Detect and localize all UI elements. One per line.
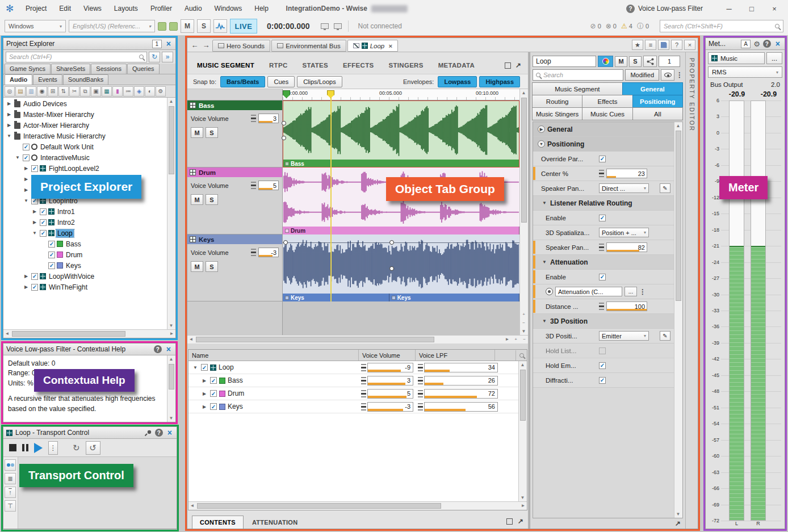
voice-lpf-slider[interactable]: 26	[424, 376, 498, 386]
solo-button[interactable]: S	[197, 19, 211, 33]
favorite-star-icon[interactable]: ★	[632, 40, 643, 50]
section-chevron-icon[interactable]: ▼	[538, 140, 545, 148]
solo-button[interactable]: S	[206, 127, 218, 138]
close-icon[interactable]: ×	[166, 428, 174, 437]
include-checkbox[interactable]: ✓	[31, 198, 38, 204]
expander-icon[interactable]: ▶	[6, 123, 12, 128]
menu-help[interactable]: Help	[248, 0, 275, 17]
property-tab-general[interactable]: General	[622, 82, 683, 95]
clip-keys[interactable]: Keys	[283, 294, 389, 301]
physical-folder-icon[interactable]: ▤	[15, 86, 26, 97]
menu-edit[interactable]: Edit	[53, 0, 77, 17]
property-dropdown[interactable]: Direct ...▾	[599, 183, 649, 193]
menu-audio[interactable]: Audio	[178, 0, 208, 17]
column-name[interactable]: Name	[188, 350, 359, 361]
property-row-speaker-pan-[interactable]: Speaker Pan...Direct ...▾✎	[533, 181, 674, 196]
minimize-button[interactable]: ─	[718, 1, 740, 16]
tree-item-keys[interactable]: ✓Keys	[3, 260, 167, 271]
menu-windows[interactable]: Windows	[208, 0, 249, 17]
property-row-attenuation-c-[interactable]: Attenuation (C......⋮	[533, 284, 674, 299]
property-tab-positioning[interactable]: Positioning	[632, 95, 683, 108]
maximize-view-icon[interactable]	[506, 518, 513, 525]
browse-button[interactable]: ...	[624, 287, 637, 296]
virtual-folder-icon[interactable]: ▥	[26, 86, 36, 97]
property-row-hold-em-[interactable]: Hold Em...✓	[533, 358, 674, 373]
tree-item-interactive-music-hierarchy[interactable]: ▼Interactive Music Hierarchy	[3, 131, 167, 141]
expander-icon[interactable]: ▶	[23, 274, 30, 279]
close-icon[interactable]: ×	[388, 43, 392, 49]
envelope-lowpass[interactable]: Lowpass	[438, 76, 477, 87]
object-name-field[interactable]: Loop	[533, 56, 596, 67]
property-tab-music-cues[interactable]: Music Cues	[582, 107, 632, 120]
remote-connect-icon[interactable]	[321, 23, 329, 29]
expander-icon[interactable]: ▼	[31, 231, 38, 236]
property-slider[interactable]: 82	[606, 242, 647, 252]
property-checkbox[interactable]: ✓	[599, 156, 606, 162]
mute-button[interactable]: M	[191, 261, 203, 272]
transport-menu-button[interactable]: ⋮	[48, 441, 58, 455]
property-row-enable[interactable]: Enable✓	[533, 270, 674, 284]
filter-expand-icon[interactable]: »	[162, 52, 173, 62]
menu-project[interactable]: Project	[19, 0, 53, 17]
voice-volume-slider[interactable]: 5	[367, 389, 413, 399]
property-search-input[interactable]: Search	[533, 69, 623, 81]
property-row-listener-relative-routing[interactable]: ▼Listener Relative Routing	[533, 196, 674, 211]
property-row-hold-list-[interactable]: Hold List...	[533, 344, 674, 358]
solo-button[interactable]: S	[206, 194, 218, 205]
copy-icon[interactable]: ⧉	[80, 86, 90, 97]
warnings-counter[interactable]: ⚠4	[621, 22, 632, 31]
expander-icon[interactable]: ▶	[23, 177, 30, 182]
popout-icon[interactable]: ↗	[518, 517, 523, 525]
play-button[interactable]	[34, 443, 43, 453]
include-checkbox[interactable]: ✓	[40, 219, 47, 226]
tree-horizontal-scrollbar[interactable]: ◄ ►	[3, 329, 175, 338]
expander-icon[interactable]: ▶	[31, 220, 38, 225]
include-checkbox[interactable]: ✓	[210, 377, 217, 384]
tree-item-loopwithvoice[interactable]: ▶✓LoopWithVoice	[3, 271, 167, 282]
property-row-diffracti-[interactable]: Diffracti...✓	[533, 373, 674, 388]
expander-icon[interactable]: ▼	[6, 133, 12, 139]
table-search-icon[interactable]	[515, 350, 527, 361]
tab-events[interactable]: Events	[33, 74, 62, 85]
expander-icon[interactable]: ▼	[192, 365, 199, 370]
envelope-highpass[interactable]: Highpass	[479, 76, 520, 87]
view-tab-states[interactable]: STATES	[295, 62, 336, 69]
tab-game-syncs[interactable]: Game Syncs	[5, 64, 51, 74]
tree-item-master-mixer-hierarchy[interactable]: ▶Master-Mixer Hierarchy	[3, 109, 167, 120]
clip-keys[interactable]: Keys	[389, 294, 519, 301]
voice-volume-slider[interactable]: 3	[367, 376, 413, 386]
track-lane-keys[interactable]: KeysKeys	[283, 234, 519, 301]
view-tab-music-segment[interactable]: MUSIC SEGMENT	[190, 62, 262, 69]
loop-playback-icon[interactable]: ↺	[86, 441, 100, 455]
clip-drum[interactable]: Drum	[283, 227, 519, 234]
expander-icon[interactable]: ▶	[6, 112, 12, 117]
view-tab-metadata[interactable]: METADATA	[431, 62, 482, 69]
track-header-drum[interactable]: DrumVoice Volume5MS	[187, 167, 282, 234]
live-button[interactable]: LIVE	[230, 19, 257, 33]
tree-item-loopintro[interactable]: ▼✓LoopIntro	[3, 195, 167, 206]
envelope-point[interactable]	[389, 266, 394, 271]
snap-clips-loops[interactable]: Clips/Loops	[297, 76, 342, 87]
subsection-chevron-icon[interactable]: ▼	[542, 259, 548, 265]
expander-icon[interactable]: ▶	[201, 378, 208, 383]
playlist-icon[interactable]: ≣	[5, 473, 16, 484]
tree-item-fightlooplevel3[interactable]: ▶✓FightLoopLevel3	[3, 174, 167, 185]
mute-button[interactable]: M	[191, 127, 203, 138]
attenuation-radio-icon[interactable]	[546, 288, 553, 295]
property-vertical-scrollbar[interactable]: ▲ ▼	[674, 122, 682, 518]
work-unit-icon[interactable]: ◉	[37, 86, 47, 97]
original-sounds-icon[interactable]	[5, 459, 16, 471]
property-row-positioning[interactable]: ▼Positioning	[533, 137, 674, 152]
pin-icon[interactable]	[145, 429, 152, 437]
property-row-general[interactable]: ▶General	[533, 122, 674, 137]
errors-counter[interactable]: ⊗0	[606, 22, 617, 31]
include-checkbox[interactable]: ✓	[31, 273, 38, 280]
track-lane-bass[interactable]: Bass	[283, 100, 519, 167]
column-voice-volume[interactable]: Voice Volume	[359, 350, 416, 361]
kebab-menu-icon[interactable]: ⋮	[639, 288, 646, 296]
menu-views[interactable]: Views	[77, 0, 108, 17]
close-icon[interactable]: ×	[774, 39, 782, 48]
music-segment-icon[interactable]: ▦	[102, 86, 112, 97]
track-header-bass[interactable]: BassVoice Volume3MS	[187, 100, 282, 167]
sharesets-icon[interactable]	[643, 56, 657, 67]
